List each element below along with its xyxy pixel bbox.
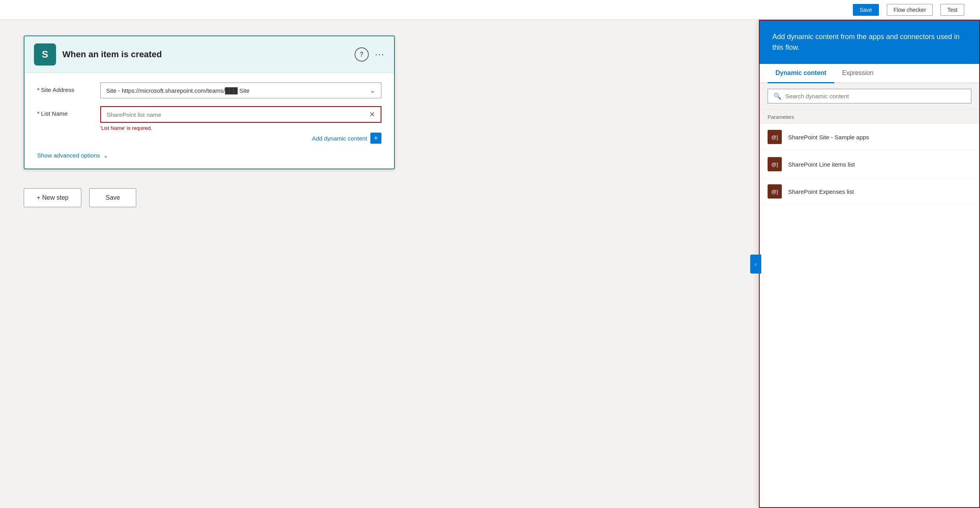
list-name-error: 'List Name' is required. <box>100 125 381 131</box>
list-item[interactable]: @] SharePoint Line items list <box>760 151 979 178</box>
list-name-control: ✕ 'List Name' is required. Add dynamic c… <box>100 106 381 144</box>
site-address-value: Site - https://microsoft.sharepoint.com/… <box>106 87 250 94</box>
chevron-down-icon: ⌄ <box>370 86 375 95</box>
dynamic-content-row: Add dynamic content + <box>100 133 381 144</box>
save-flow-button[interactable]: Save <box>89 188 136 207</box>
card-header: S When an item is created ? ··· <box>24 36 394 73</box>
panel-header: Add dynamic content from the apps and co… <box>760 21 979 64</box>
list-name-input-wrapper: ✕ <box>100 106 381 123</box>
trigger-card: S When an item is created ? ··· *Site Ad… <box>24 36 395 169</box>
panel-header-text: Add dynamic content from the apps and co… <box>772 33 959 51</box>
help-button[interactable]: ? <box>355 47 369 62</box>
param-label: SharePoint Line items list <box>788 161 855 168</box>
panel-section-label: Parameters <box>760 109 979 124</box>
show-advanced-button[interactable]: Show advanced options ⌄ <box>37 152 108 159</box>
search-icon: 🔍 <box>773 92 781 100</box>
test-button[interactable]: Test <box>941 4 964 16</box>
search-dynamic-input[interactable] <box>785 93 965 99</box>
new-step-button[interactable]: + New step <box>24 188 81 207</box>
site-address-row: *Site Address Site - https://microsoft.s… <box>37 82 381 98</box>
card-header-actions: ? ··· <box>355 47 385 62</box>
search-wrapper: 🔍 <box>768 89 971 103</box>
flow-checker-label: Flow checker <box>894 7 926 13</box>
list-item[interactable]: @] SharePoint Expenses list <box>760 178 979 205</box>
test-label: Test <box>947 7 957 13</box>
more-options-button[interactable]: ··· <box>375 49 385 60</box>
sharepoint-icon: S <box>34 43 56 66</box>
flow-checker-button[interactable]: Flow checker <box>887 4 933 16</box>
dynamic-panel: ‹ Add dynamic content from the apps and … <box>759 20 980 508</box>
panel-collapse-button[interactable]: ‹ <box>750 255 761 274</box>
param-icon: @] <box>768 130 782 144</box>
param-label: SharePoint Site - Sample apps <box>788 134 869 141</box>
add-dynamic-content-button[interactable]: Add dynamic content <box>312 135 367 142</box>
panel-items: @] SharePoint Site - Sample apps @] Shar… <box>760 124 979 507</box>
list-name-label: *List Name <box>37 106 92 117</box>
param-icon: @] <box>768 184 782 199</box>
canvas: S When an item is created ? ··· *Site Ad… <box>0 20 980 508</box>
save-label: Save <box>860 7 872 13</box>
site-address-dropdown[interactable]: Site - https://microsoft.sharepoint.com/… <box>100 82 381 98</box>
card-body: *Site Address Site - https://microsoft.s… <box>24 73 394 169</box>
site-address-label: *Site Address <box>37 82 92 93</box>
advanced-options-row: Show advanced options ⌄ <box>37 152 381 159</box>
list-name-clear-button[interactable]: ✕ <box>369 110 375 119</box>
list-name-required-star: * <box>37 110 39 117</box>
plus-icon[interactable]: + <box>370 133 381 144</box>
site-address-control: Site - https://microsoft.sharepoint.com/… <box>100 82 381 98</box>
save-button[interactable]: Save <box>853 4 879 16</box>
card-title: When an item is created <box>62 49 348 60</box>
tab-dynamic-content[interactable]: Dynamic content <box>768 64 834 83</box>
list-name-input[interactable] <box>107 111 369 118</box>
param-icon: @] <box>768 157 782 171</box>
site-address-required-star: * <box>37 86 39 93</box>
list-name-row: *List Name ✕ 'List Name' is required. Ad… <box>37 106 381 144</box>
panel-tabs: Dynamic content Expression <box>760 64 979 83</box>
panel-search: 🔍 <box>760 83 979 109</box>
list-item[interactable]: @] SharePoint Site - Sample apps <box>760 124 979 151</box>
chevron-down-icon: ⌄ <box>103 152 108 159</box>
top-bar: Save Flow checker Test <box>0 0 980 20</box>
tab-expression[interactable]: Expression <box>834 64 881 83</box>
param-label: SharePoint Expenses list <box>788 188 854 195</box>
